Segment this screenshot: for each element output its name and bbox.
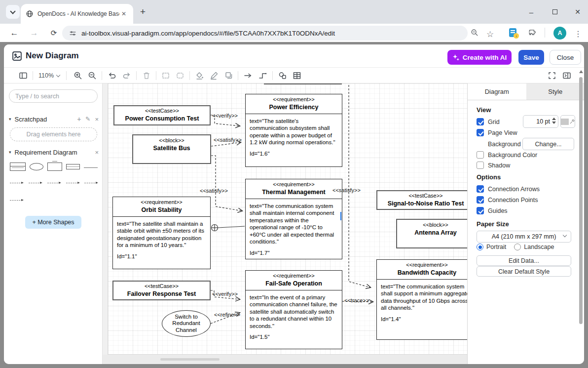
- tab-close-icon[interactable]: ✕: [119, 10, 128, 17]
- grid-checkbox[interactable]: [477, 118, 484, 125]
- node-power-efficiency[interactable]: <<requirement>>Power Efficiency text="Th…: [245, 94, 342, 167]
- shadow-style-icon[interactable]: [224, 71, 233, 80]
- profile-avatar[interactable]: A: [553, 27, 566, 40]
- node-clipped-top[interactable]: [264, 83, 342, 84]
- scrollbar-thumb[interactable]: [579, 77, 583, 324]
- zoom-page-icon[interactable]: [471, 29, 478, 37]
- zoom-out-icon[interactable]: [88, 71, 97, 80]
- toggle-right-panel-icon[interactable]: [562, 71, 571, 80]
- window-maximize-button[interactable]: [550, 7, 560, 17]
- close-button[interactable]: Close: [550, 50, 581, 65]
- shape-search-input[interactable]: [9, 89, 98, 103]
- zoom-level-dropdown[interactable]: 110%: [38, 72, 60, 79]
- page-view-checkbox[interactable]: [477, 129, 484, 136]
- scratchpad-close-icon[interactable]: ×: [95, 116, 99, 123]
- connection-arrows-checkbox[interactable]: [477, 185, 484, 193]
- reading-list-icon[interactable]: ↓: [509, 28, 516, 37]
- undo-icon[interactable]: [108, 71, 116, 80]
- window-close-button[interactable]: ✕: [572, 7, 583, 17]
- node-switch-to-redundant-channel[interactable]: Switch to Redundant Channel: [162, 310, 211, 337]
- extensions-puzzle-icon[interactable]: [529, 29, 537, 37]
- save-button[interactable]: Save: [518, 50, 544, 65]
- diagram-canvas[interactable]: <<testCase>> Power Consumption Test <<bl…: [103, 83, 467, 364]
- connector-satisfy-thumb[interactable]: [29, 183, 41, 183]
- landscape-radio[interactable]: [514, 244, 521, 250]
- toggle-sidebar-icon[interactable]: [19, 71, 28, 80]
- redo-icon[interactable]: [122, 71, 131, 80]
- node-signal-to-noise-ratio-test[interactable]: <<testCase>> Signal-to-Noise Ratio Test: [376, 190, 467, 210]
- node-antenna-array[interactable]: <<block>> Antenna Array: [396, 219, 467, 248]
- insert-shape-icon[interactable]: [278, 71, 287, 80]
- more-shapes-button[interactable]: + More Shapes: [25, 216, 81, 229]
- tab-diagram[interactable]: Diagram: [468, 83, 526, 100]
- insert-table-icon[interactable]: [293, 71, 301, 80]
- reload-button[interactable]: ⟳: [48, 29, 59, 38]
- background-color-checkbox[interactable]: [477, 151, 484, 159]
- shadow-checkbox[interactable]: [477, 162, 484, 169]
- bookmark-star-icon[interactable]: ☆: [486, 29, 494, 40]
- connector-copy-thumb[interactable]: [10, 200, 23, 201]
- forward-button[interactable]: →: [29, 28, 39, 38]
- connection-points-checkbox[interactable]: [477, 196, 484, 204]
- lasso-select-icon[interactable]: [176, 71, 184, 80]
- shape-line-thumb[interactable]: [84, 167, 98, 168]
- shape-label-box-thumb[interactable]: [66, 164, 80, 169]
- tab-style[interactable]: Style: [526, 83, 585, 100]
- guides-checkbox[interactable]: [477, 207, 484, 214]
- section-close-icon[interactable]: ×: [95, 149, 99, 156]
- stepper-arrows[interactable]: [552, 118, 556, 124]
- node-stereotype: <<block>>: [133, 137, 210, 144]
- stepper-up-icon[interactable]: [552, 118, 556, 120]
- site-settings-icon: [69, 30, 76, 37]
- node-bandwidth-capacity[interactable]: <<requirement>>Bandwidth Capacity text="…: [376, 259, 467, 340]
- shape-requirement-thumb[interactable]: [10, 163, 26, 171]
- back-button[interactable]: ←: [9, 28, 20, 38]
- fill-color-icon[interactable]: [195, 71, 204, 80]
- node-thermal-management[interactable]: <<requirement>>Thermal Management text="…: [245, 179, 342, 259]
- requirement-diagram-section-header[interactable]: ▾ Requirement Diagram ×: [9, 148, 99, 156]
- shape-block-thumb[interactable]: [47, 163, 62, 171]
- tab-diagram-label: Diagram: [485, 88, 509, 95]
- portrait-radio[interactable]: [477, 244, 483, 250]
- paper-size-select[interactable]: A4 (210 mm x 297 mm): [477, 231, 571, 243]
- grid-color-button[interactable]: [560, 115, 575, 128]
- zoom-in-icon[interactable]: [74, 71, 82, 80]
- connector-derive-thumb[interactable]: [84, 183, 97, 183]
- scroll-up-arrow-icon[interactable]: [579, 70, 583, 73]
- horizontal-scrollbar[interactable]: [103, 355, 467, 364]
- browser-tab[interactable]: OpenDocs - AI Knowledge Base ✕: [21, 4, 133, 24]
- select-marquee-icon[interactable]: [161, 71, 170, 80]
- edit-data-button[interactable]: Edit Data...: [477, 255, 571, 266]
- create-with-ai-button[interactable]: Create with AI: [447, 50, 512, 65]
- connector-trace-thumb[interactable]: [47, 183, 60, 183]
- node-name: Antenna Array: [397, 229, 467, 237]
- shape-testcase-thumb[interactable]: [30, 163, 43, 170]
- stepper-down-icon[interactable]: [552, 122, 556, 124]
- node-satellite-bus[interactable]: <<block>> Satellite Bus: [132, 134, 211, 164]
- fullscreen-icon[interactable]: [548, 71, 556, 80]
- straight-connector-icon[interactable]: [244, 71, 253, 80]
- vertical-scrollbar[interactable]: [579, 70, 584, 363]
- new-tab-button[interactable]: +: [140, 7, 146, 16]
- node-power-consumption-test[interactable]: <<testCase>> Power Consumption Test: [113, 105, 211, 125]
- tab-search-button[interactable]: [6, 5, 20, 19]
- connector-refine-thumb[interactable]: [66, 183, 79, 183]
- scrollbar-thumb[interactable]: [160, 358, 220, 361]
- url-field[interactable]: ai-toolbox.visual-paradigm.com/app/opend…: [62, 26, 468, 41]
- window-minimize-button[interactable]: –: [526, 7, 537, 17]
- node-failover-response-test[interactable]: <<testCase>> Failover Response Test: [112, 281, 211, 300]
- scratchpad-section-header[interactable]: ▾ Scratchpad + ✎ ×: [9, 115, 99, 123]
- scratchpad-dropzone[interactable]: Drag elements here: [10, 127, 97, 141]
- elbow-connector-icon[interactable]: [258, 71, 267, 80]
- scratchpad-add-icon[interactable]: +: [77, 115, 81, 123]
- connector-verify-thumb[interactable]: [10, 183, 23, 183]
- background-change-button[interactable]: Change...: [522, 138, 574, 150]
- clear-default-style-button[interactable]: Clear Default Style: [477, 266, 571, 277]
- node-orbit-stability[interactable]: <<requirement>>Orbit Stability text="The…: [112, 197, 211, 269]
- browser-menu-kebab-icon[interactable]: ⋮: [574, 29, 582, 39]
- scratchpad-edit-icon[interactable]: ✎: [85, 116, 90, 123]
- delete-icon[interactable]: [142, 71, 151, 80]
- line-color-pencil-icon[interactable]: [210, 71, 219, 80]
- node-fail-safe-operation[interactable]: <<requirement>>Fail-Safe Operation text=…: [245, 270, 342, 349]
- grid-size-stepper[interactable]: 10 pt: [523, 115, 558, 128]
